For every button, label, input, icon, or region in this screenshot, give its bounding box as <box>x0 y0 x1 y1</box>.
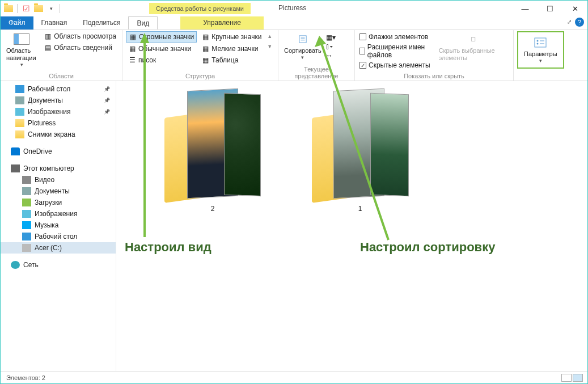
folder-item-1[interactable]: 2 <box>162 87 264 213</box>
small-icons-icon: ▦ <box>201 45 209 53</box>
collapse-ribbon-icon[interactable]: ⤢ <box>567 19 572 25</box>
tree-screenshots[interactable]: Снимки экрана <box>1 129 116 140</box>
qat-dropdown-icon[interactable]: ▾ <box>45 3 57 14</box>
checkbox-hidden-items[interactable]: ✓Скрытые элементы <box>358 61 434 70</box>
minimize-button[interactable]: — <box>513 1 538 16</box>
options-icon <box>531 36 549 49</box>
tree-documents[interactable]: Документы <box>1 95 116 106</box>
huge-icons-button[interactable]: ▦Огромные значки <box>126 31 197 43</box>
window-title: Picturess <box>278 4 306 12</box>
help-icon[interactable]: ? <box>575 18 584 27</box>
details-pane-button[interactable]: ▤Область сведений <box>41 43 119 53</box>
tab-file[interactable]: Файл <box>1 16 33 29</box>
annotation-view-label: Настроил вид <box>125 240 211 255</box>
layout-scroll-up-icon[interactable]: ▲ <box>267 33 272 39</box>
ribbon: Область навигации ▾ ▥Область просмотра ▤… <box>1 30 587 81</box>
status-bar: Элементов: 2 <box>1 371 587 383</box>
status-item-count: Элементов: 2 <box>6 374 45 381</box>
options-button[interactable]: Параметры ▾ <box>522 35 560 65</box>
details-view-icon[interactable] <box>561 374 572 382</box>
group-current-label: Текущее представление <box>282 66 351 81</box>
large-icons-button[interactable]: ▦Крупные значки <box>199 31 264 43</box>
quick-access-toolbar: ☑ ▾ <box>1 3 64 14</box>
svg-rect-4 <box>535 38 546 47</box>
details-pane-icon: ▤ <box>44 44 52 52</box>
group-panes-label: Области <box>4 73 119 81</box>
maximize-button[interactable]: ☐ <box>538 1 562 16</box>
content-area[interactable]: 2 1 Настроил вид Настроил сортировку <box>116 81 587 372</box>
tree-acer-c[interactable]: Acer (C:) <box>1 242 116 254</box>
folder-label: 2 <box>211 205 215 213</box>
hide-selected-button: ◻ Скрыть выбранные элементы <box>437 31 510 63</box>
huge-icons-icon: ▦ <box>129 33 137 41</box>
preview-pane-icon: ▥ <box>44 32 52 40</box>
group-show-label: Показать или скрыть <box>358 73 510 81</box>
tab-view[interactable]: Вид <box>128 16 158 29</box>
sizecolumns-icon[interactable]: ↔ <box>326 52 336 60</box>
tiles-button[interactable]: ▦Таблица <box>199 55 264 65</box>
svg-point-6 <box>537 43 539 45</box>
context-tab-label: Средства работы с рисунками <box>149 3 251 14</box>
tree-desktop[interactable]: Рабочий стол <box>1 83 116 95</box>
tree-onedrive[interactable]: OneDrive <box>1 146 116 157</box>
folder-thumbnail-icon <box>164 87 261 200</box>
tree-documents2[interactable]: Документы <box>1 185 116 197</box>
tab-manage[interactable]: Управление <box>180 16 264 29</box>
groupby-icon[interactable]: ▦▾ <box>326 33 336 41</box>
group-layout-label: Структура <box>126 73 274 81</box>
thumbnails-view-icon[interactable] <box>573 374 583 382</box>
list-button[interactable]: ☰писок <box>126 55 197 65</box>
main-area: Рабочий стол Документы Изображения Pictu… <box>1 81 587 372</box>
nav-pane-label: Область навигации <box>6 47 37 62</box>
layout-scroll-down-icon[interactable]: ▼ <box>267 44 272 49</box>
tab-home[interactable]: Главная <box>33 16 75 29</box>
tree-downloads[interactable]: Загрузки <box>1 197 116 208</box>
folder-item-2[interactable]: 1 <box>309 87 411 213</box>
tiles-icon: ▦ <box>201 56 209 64</box>
tab-share[interactable]: Поделиться <box>75 16 128 29</box>
sort-icon <box>294 32 312 46</box>
sort-label: Сортировать <box>284 47 322 54</box>
hide-selected-label: Скрыть выбранные элементы <box>439 47 507 62</box>
addcolumn-icon[interactable]: ⫿▾ <box>326 43 336 50</box>
folder-icon[interactable] <box>3 3 14 14</box>
normal-icons-button[interactable]: ▦Обычные значки <box>126 44 197 54</box>
nav-tree: Рабочий стол Документы Изображения Pictu… <box>1 81 116 372</box>
tree-pictures2[interactable]: Изображения <box>1 208 116 220</box>
tree-picturess[interactable]: Picturess <box>1 117 116 129</box>
tree-video[interactable]: Видео <box>1 174 116 185</box>
tree-this-pc[interactable]: Этот компьютер <box>1 163 116 174</box>
nav-pane-button[interactable]: Область навигации ▾ <box>4 31 39 69</box>
folder-label: 1 <box>358 205 362 213</box>
tree-network[interactable]: Сеть <box>1 259 116 271</box>
hide-selected-icon: ◻ <box>464 32 482 46</box>
ribbon-tabs: Файл Главная Поделиться Вид Управление ⤢… <box>1 16 587 30</box>
list-icon: ☰ <box>128 56 136 64</box>
tree-pictures[interactable]: Изображения <box>1 106 116 117</box>
svg-rect-0 <box>299 36 306 43</box>
small-icons-button[interactable]: ▦Мелкие значки <box>199 44 264 54</box>
preview-pane-button[interactable]: ▥Область просмотра <box>41 31 119 41</box>
sort-button[interactable]: Сортировать ▾ <box>282 31 324 62</box>
close-button[interactable]: ✕ <box>562 1 587 16</box>
tree-music[interactable]: Музыка <box>1 220 116 231</box>
folder-thumbnail-icon <box>312 87 408 200</box>
checkbox-item-checkboxes[interactable]: Флажки элементов <box>358 32 434 41</box>
qat-newfolder-icon[interactable] <box>33 3 44 14</box>
normal-icons-icon: ▦ <box>128 45 136 53</box>
checkbox-file-ext[interactable]: Расширения имен файлов <box>358 43 434 60</box>
tree-desktop2[interactable]: Рабочий стол <box>1 231 116 242</box>
svg-point-5 <box>537 40 539 42</box>
title-bar: ☑ ▾ Средства работы с рисунками Pictures… <box>1 1 587 16</box>
large-icons-icon: ▦ <box>201 33 209 41</box>
annotation-sort-label: Настроил сортировку <box>360 240 495 255</box>
options-label: Параметры <box>524 50 557 58</box>
qat-properties-icon[interactable]: ☑ <box>20 3 32 14</box>
